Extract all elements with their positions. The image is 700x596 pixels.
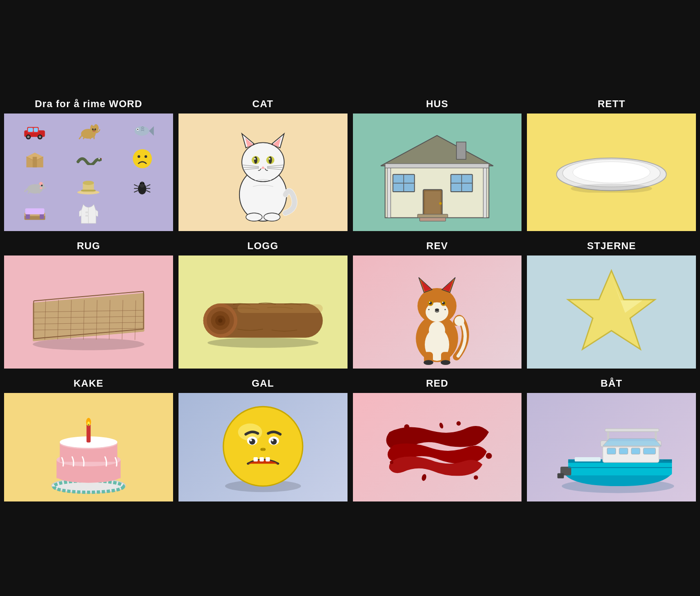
card-gal-header: GAL [179,374,348,393]
svg-point-84 [263,213,280,221]
card-kake: KAKE [3,373,174,503]
svg-rect-61 [25,208,44,214]
svg-point-179 [260,448,263,451]
bat-image [541,397,681,497]
svg-point-186 [486,453,492,459]
card-cat: CAT [177,93,349,232]
card-stjerne-header: STJERNE [527,237,696,255]
svg-marker-155 [568,270,655,349]
card-wordbank-header: Dra for å rime WORD [4,95,173,114]
wb-bug [117,173,169,199]
svg-rect-90 [425,191,441,215]
svg-point-33 [145,155,147,158]
svg-point-49 [140,182,142,184]
card-hus: HUS [352,93,523,232]
card-red-header: RED [353,374,522,393]
svg-rect-99 [420,218,446,221]
svg-point-20 [134,126,149,135]
card-bat-header: BÅT [527,374,696,393]
card-rev-header: REV [353,237,522,255]
svg-line-54 [146,184,150,186]
svg-point-38 [39,187,42,189]
svg-point-145 [442,302,444,303]
svg-rect-102 [385,164,489,168]
hus-image [374,123,500,222]
rug-image [23,269,154,355]
card-bat-body [527,393,696,501]
svg-marker-86 [381,136,493,166]
svg-point-72 [254,156,257,164]
card-rett-body [527,114,696,231]
svg-rect-63 [85,215,89,217]
svg-rect-131 [237,304,323,313]
card-cat-body [179,114,348,231]
wb-coat [62,201,114,227]
svg-point-105 [573,162,650,183]
svg-rect-197 [631,448,640,454]
svg-rect-2 [28,128,33,132]
svg-point-130 [218,318,222,322]
svg-point-48 [140,181,145,187]
svg-rect-88 [456,142,466,159]
svg-point-13 [92,128,94,130]
svg-rect-196 [619,448,628,454]
svg-point-15 [94,131,95,132]
stjerne-image [559,262,663,362]
card-wordbank: Dra for å rime WORD [3,93,174,232]
card-rev-body [353,255,522,369]
svg-rect-165 [86,424,90,442]
card-rett: RETT [526,93,697,232]
card-rug-header: RUG [4,237,173,255]
svg-line-53 [134,190,138,192]
card-stjerne-body [527,255,696,369]
svg-marker-21 [149,126,154,135]
cat-image [222,118,304,227]
svg-rect-206 [575,457,601,462]
gal-image [216,400,310,495]
wb-snake [62,146,114,171]
wb-car [9,118,61,144]
wb-box [9,146,61,171]
svg-point-154 [429,322,445,340]
svg-point-177 [271,439,273,441]
card-logg-body [179,255,348,369]
svg-line-16 [80,135,82,139]
svg-point-106 [587,166,611,172]
card-kake-body [4,393,173,501]
svg-point-5 [27,136,30,138]
svg-rect-195 [607,448,616,454]
wordbank-body [4,114,173,231]
svg-rect-198 [644,448,656,454]
svg-rect-26 [33,156,37,167]
svg-point-152 [441,360,451,365]
svg-line-39 [24,189,27,191]
card-logg: LOGG [177,235,349,370]
wb-bed [9,201,61,227]
svg-line-51 [134,184,138,186]
svg-point-45 [83,180,94,184]
svg-point-73 [268,156,272,164]
svg-point-170 [223,407,303,486]
svg-rect-101 [484,164,487,218]
rett-image [548,152,675,193]
svg-rect-100 [387,164,391,218]
card-logg-header: LOGG [179,237,348,255]
svg-point-184 [404,424,409,429]
kake-image [43,394,134,501]
svg-point-188 [474,475,479,480]
wb-mouse [9,173,61,199]
svg-point-175 [271,439,277,445]
svg-point-65 [242,142,284,181]
wb-empty [117,201,169,227]
logg-image [193,274,333,350]
svg-point-108 [33,338,144,350]
svg-point-185 [456,421,461,426]
svg-point-91 [439,202,442,205]
wb-hat [62,173,114,199]
svg-point-50 [143,182,145,184]
card-rug-body [4,255,173,369]
card-red-body [353,393,522,501]
card-gal-body [179,393,348,501]
svg-point-30 [99,158,100,159]
svg-rect-46 [81,189,95,191]
